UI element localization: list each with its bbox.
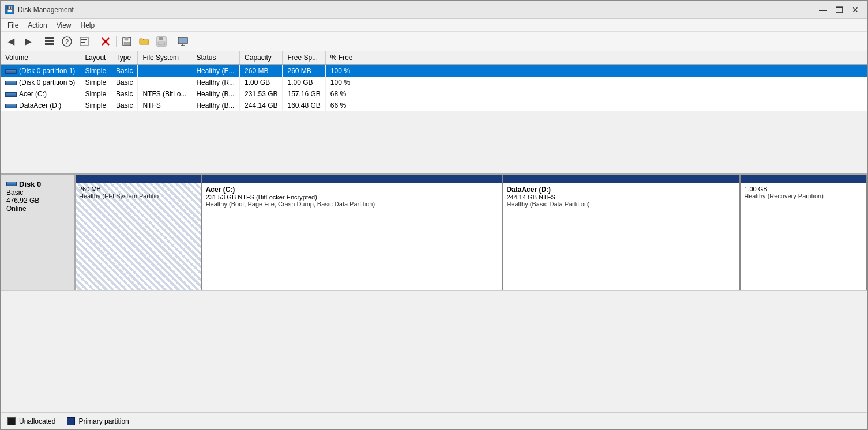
- volume-table-section: Volume Layout Type File System Status Ca…: [1, 51, 867, 175]
- col-layout[interactable]: Layout: [80, 51, 111, 65]
- partition-header-acer: [202, 175, 502, 183]
- toolbar-btn-folder[interactable]: [136, 34, 152, 49]
- legend-unalloc-label: Unallocated: [19, 417, 55, 425]
- disk-name: Disk 0: [19, 180, 41, 188]
- cell-volume-0: (Disk 0 partition 1): [1, 65, 80, 77]
- cell-free-0: 260 MB: [283, 65, 325, 77]
- col-pct-free[interactable]: % Free: [325, 51, 358, 65]
- partition-acer-name: Acer (C:): [206, 186, 499, 194]
- maximize-button[interactable]: 🗖: [832, 3, 847, 16]
- cell-filesystem-2: NTFS (BitLo...: [138, 88, 191, 100]
- col-type[interactable]: Type: [111, 51, 138, 65]
- cell-capacity-3: 244.14 GB: [240, 100, 283, 111]
- svg-rect-7: [81, 42, 85, 43]
- disk-row-0: Disk 0 Basic 476.92 GB Online 260 MB Hea…: [1, 175, 867, 290]
- cell-layout-3: Simple: [80, 100, 111, 111]
- partition-efi-status: Healthy (EFI System Partitio: [79, 193, 198, 199]
- col-volume[interactable]: Volume: [1, 51, 80, 65]
- partition-recovery-status: Healthy (Recovery Partition): [744, 193, 863, 199]
- svg-rect-2: [45, 43, 54, 45]
- svg-rect-8: [81, 44, 84, 44]
- menu-file[interactable]: File: [3, 20, 23, 31]
- partition-acer-c[interactable]: Acer (C:) 231.53 GB NTFS (BitLocker Encr…: [202, 175, 503, 290]
- partition-recovery[interactable]: 1.00 GB Healthy (Recovery Partition): [741, 175, 867, 290]
- col-filesystem[interactable]: File System: [138, 51, 191, 65]
- toolbar-btn-list[interactable]: [42, 34, 58, 49]
- minimize-button[interactable]: —: [816, 3, 831, 16]
- toolbar: ◀ ▶ ?: [1, 32, 867, 51]
- partition-recovery-size: 1.00 GB: [744, 186, 863, 193]
- cell-pct-free-0: 100 %: [325, 65, 358, 77]
- toolbar-btn-save2[interactable]: [153, 34, 170, 49]
- partition-efi[interactable]: 260 MB Healthy (EFI System Partitio: [76, 175, 202, 290]
- table-row[interactable]: Acer (C:) Simple Basic NTFS (BitLo... He…: [1, 88, 867, 100]
- cell-type-3: Basic: [111, 100, 138, 111]
- col-free[interactable]: Free Sp...: [283, 51, 325, 65]
- disk-icon-bar: [6, 182, 17, 186]
- disk-label-0: Disk 0 Basic 476.92 GB Online: [1, 175, 76, 290]
- col-status[interactable]: Status: [191, 51, 240, 65]
- cell-free-3: 160.48 GB: [283, 100, 325, 111]
- legend-primary: Primary partition: [67, 417, 129, 425]
- toolbar-btn-delete[interactable]: [97, 34, 114, 49]
- toolbar-btn-monitor[interactable]: [175, 34, 191, 49]
- svg-rect-16: [158, 42, 165, 45]
- cell-extra-2: [358, 88, 867, 100]
- table-row[interactable]: (Disk 0 partition 1) Simple Basic Health…: [1, 65, 867, 77]
- toolbar-btn-help[interactable]: ?: [59, 34, 75, 49]
- col-extra: [358, 51, 867, 65]
- disk-size: 476.92 GB: [6, 197, 69, 205]
- svg-rect-13: [124, 42, 130, 45]
- cell-type-2: Basic: [111, 88, 138, 100]
- menu-help[interactable]: Help: [76, 20, 100, 31]
- menu-action[interactable]: Action: [23, 20, 51, 31]
- close-button[interactable]: ✕: [848, 3, 863, 16]
- forward-button[interactable]: ▶: [20, 34, 36, 49]
- window-title: Disk Management: [18, 6, 816, 14]
- cell-pct-free-2: 68 %: [325, 88, 358, 100]
- back-button[interactable]: ◀: [3, 34, 19, 49]
- partition-header-recovery: [741, 175, 866, 183]
- menu-bar: File Action View Help: [1, 19, 867, 32]
- partition-efi-size: 260 MB: [79, 186, 198, 193]
- title-bar: 💾 Disk Management — 🗖 ✕: [1, 1, 867, 19]
- partition-acer-size: 231.53 GB NTFS (BitLocker Encrypted): [206, 194, 499, 201]
- svg-rect-18: [179, 38, 187, 43]
- cell-type-0: Basic: [111, 65, 138, 77]
- svg-rect-12: [125, 37, 128, 40]
- toolbar-btn-save1[interactable]: [119, 34, 135, 49]
- toolbar-btn-properties[interactable]: [76, 34, 92, 49]
- svg-rect-1: [45, 40, 54, 42]
- toolbar-sep-3: [116, 36, 117, 47]
- toolbar-sep-2: [95, 36, 95, 47]
- cell-layout-2: Simple: [80, 88, 111, 100]
- cell-filesystem-0: [138, 65, 191, 77]
- col-capacity[interactable]: Capacity: [240, 51, 283, 65]
- partition-dataacer-d[interactable]: DataAcer (D:) 244.14 GB NTFS Healthy (Ba…: [503, 175, 741, 290]
- partition-dataacer-name: DataAcer (D:): [506, 186, 736, 194]
- svg-rect-0: [45, 37, 54, 39]
- legend-box-primary: [67, 417, 75, 425]
- cell-layout-0: Simple: [80, 65, 111, 77]
- table-row[interactable]: DataAcer (D:) Simple Basic NTFS Healthy …: [1, 100, 867, 111]
- cell-free-2: 157.16 GB: [283, 88, 325, 100]
- cell-extra-3: [358, 100, 867, 111]
- partition-header-dataacer: [503, 175, 739, 183]
- app-icon: 💾: [5, 5, 14, 14]
- cell-pct-free-3: 66 %: [325, 100, 358, 111]
- lower-empty-area: [1, 290, 867, 413]
- legend-bar: Unallocated Primary partition: [1, 412, 867, 429]
- window-controls: — 🗖 ✕: [816, 3, 863, 16]
- cell-volume-2: Acer (C:): [1, 88, 80, 100]
- disk-partitions: 260 MB Healthy (EFI System Partitio Acer…: [76, 175, 867, 290]
- partition-acer-status: Healthy (Boot, Page File, Crash Dump, Ba…: [206, 201, 499, 208]
- toolbar-sep-4: [172, 36, 172, 47]
- cell-status-2: Healthy (B...: [191, 88, 240, 100]
- menu-view[interactable]: View: [52, 20, 76, 31]
- cell-filesystem-3: NTFS: [138, 100, 191, 111]
- cell-pct-free-1: 100 %: [325, 77, 358, 88]
- svg-rect-15: [159, 37, 163, 40]
- table-row[interactable]: (Disk 0 partition 5) Simple Basic Health…: [1, 77, 867, 88]
- partition-dataacer-status: Healthy (Basic Data Partition): [506, 201, 736, 208]
- svg-text:?: ?: [65, 38, 69, 45]
